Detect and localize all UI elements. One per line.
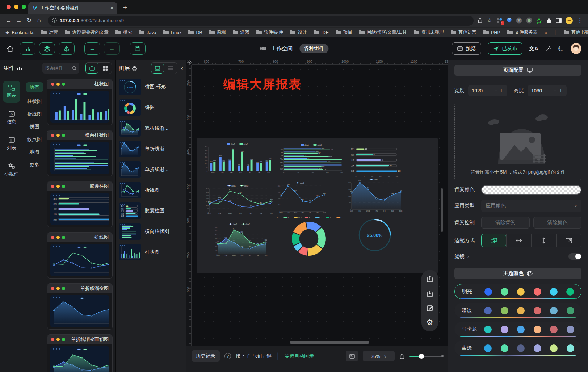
export-icon[interactable] bbox=[425, 274, 434, 284]
extension-grid-icon[interactable]: 9 bbox=[496, 17, 503, 24]
component-card[interactable]: 单折线渐变面积图 bbox=[47, 334, 113, 372]
zoom-level-select[interactable]: 36% ∨ bbox=[363, 351, 395, 361]
save-button[interactable] bbox=[130, 42, 146, 55]
bookmark-item[interactable]: 近期需要读的文章 bbox=[65, 29, 109, 35]
background-upload-dropzone[interactable]: 背景图需小于 5M ，格式为 png/jpg/gif 的文件 bbox=[454, 104, 581, 180]
puzzle-icon[interactable] bbox=[546, 18, 552, 24]
maximize-window-icon[interactable] bbox=[22, 5, 26, 9]
bookmark-star-icon[interactable]: ☆ bbox=[487, 17, 492, 24]
bg-color-swatch[interactable] bbox=[481, 185, 581, 195]
canvas-chart-bar-grouped[interactable]: data1data2050100150200250300350120200150… bbox=[203, 142, 274, 175]
theme-row-马卡龙[interactable]: 马卡龙 bbox=[454, 322, 581, 337]
zoom-slider[interactable] bbox=[410, 354, 443, 359]
share-icon[interactable] bbox=[477, 18, 483, 24]
sidebar-item-2[interactable]: A信息 bbox=[3, 107, 20, 129]
bookmark-item[interactable]: 软件/硬件 bbox=[256, 29, 283, 35]
clear-color-button[interactable]: 清除颜色 bbox=[533, 217, 582, 229]
site-info-icon[interactable]: i bbox=[52, 18, 57, 23]
close-window-icon[interactable] bbox=[7, 5, 11, 9]
address-bar[interactable]: i 127.0.0.1:3000/#/chart/home/9 bbox=[48, 16, 474, 26]
bookmark-item[interactable]: IDE bbox=[314, 29, 329, 35]
bookmark-item[interactable]: 运营 bbox=[41, 29, 58, 35]
category-item-7[interactable]: 更多 bbox=[30, 158, 39, 171]
user-avatar[interactable] bbox=[571, 43, 581, 54]
bookmark-item[interactable]: 前端 bbox=[209, 29, 226, 35]
sidebar-item-1[interactable]: 图表 bbox=[3, 81, 20, 103]
layer-item[interactable]: 25.00%饼图-环形 bbox=[116, 76, 186, 97]
canvas-chart-bar-horizontal[interactable]: data1data2130160Sun110117Sat70155Fri80Th… bbox=[278, 143, 346, 174]
menu-dots-icon[interactable]: ⋮ bbox=[577, 17, 583, 24]
layers-panel-toggle-button[interactable] bbox=[39, 42, 55, 55]
layer-item[interactable]: 单折线渐... bbox=[116, 138, 186, 159]
filter-toggle[interactable] bbox=[568, 253, 581, 260]
chart-panel-toggle-button[interactable] bbox=[20, 42, 35, 55]
layer-item[interactable]: 饼图 bbox=[116, 97, 186, 118]
bookmark-item[interactable]: PHP bbox=[483, 29, 500, 35]
canvas-chart-progress-ring[interactable]: 25.00% bbox=[357, 218, 392, 252]
theme-row-明亮[interactable]: 明亮 bbox=[454, 284, 581, 299]
forward-icon[interactable]: → bbox=[14, 17, 24, 24]
dot-extension-icon[interactable] bbox=[526, 17, 532, 24]
component-card[interactable]: 折线图 bbox=[47, 232, 113, 279]
canvas-chart-line-dual-area[interactable]: data1data2050100150200250300350120200150… bbox=[213, 222, 268, 258]
settings-gear-icon[interactable]: ⚙ bbox=[425, 318, 434, 327]
canvas-chart-line-single[interactable]: data10501001502001202001508070110130MonT… bbox=[276, 181, 327, 215]
bookmark-item[interactable]: 设计 bbox=[290, 29, 307, 35]
sidebar-item-3[interactable]: 列表 bbox=[3, 133, 20, 155]
vertical-scrollbar[interactable] bbox=[441, 188, 443, 232]
bookmark-item[interactable]: 游戏 bbox=[233, 29, 249, 35]
bookmark-item[interactable]: 项目 bbox=[336, 29, 352, 35]
slider-knob[interactable] bbox=[419, 354, 424, 359]
theme-row-蓝绿[interactable]: 蓝绿 bbox=[454, 340, 581, 356]
layers-view-list-toggle[interactable] bbox=[164, 63, 177, 74]
window-controls[interactable] bbox=[7, 5, 26, 9]
dashboard-preview[interactable]: data1data2050100150200250300350120200150… bbox=[197, 138, 438, 273]
undo-button[interactable]: ← bbox=[84, 42, 100, 55]
component-card[interactable]: 柱状图 bbox=[47, 79, 113, 125]
bookmark-item[interactable]: Java bbox=[139, 29, 156, 35]
decrease-icon[interactable]: − bbox=[494, 88, 498, 93]
browser-tab[interactable]: 工作空间-各种组件 ✕ bbox=[28, 2, 117, 14]
command-extension-icon[interactable]: ⌘ bbox=[516, 17, 522, 24]
help-icon[interactable]: ? bbox=[224, 353, 231, 359]
category-item-3[interactable]: 折线图 bbox=[27, 108, 42, 120]
theme-row-暗淡[interactable]: 暗淡 bbox=[454, 303, 581, 318]
reload-icon[interactable]: ↻ bbox=[24, 17, 34, 24]
layers-view-thumbnail-toggle[interactable] bbox=[151, 63, 164, 74]
layer-item[interactable]: 单折线渐... bbox=[116, 159, 186, 180]
lock-icon[interactable] bbox=[399, 354, 405, 359]
layer-item[interactable]: 柱状图 bbox=[116, 242, 186, 262]
category-item-2[interactable]: 柱状图 bbox=[27, 95, 42, 108]
editor-canvas[interactable]: 6007008009001000110012001300 20030040050… bbox=[186, 60, 448, 346]
chevron-right-icon[interactable]: › bbox=[467, 254, 469, 259]
width-stepper[interactable]: 1920 −+ bbox=[468, 85, 507, 96]
layer-item[interactable]: 厦门南阳北京上海新疆胶囊柱图 bbox=[116, 200, 186, 221]
canvas-chart-capsule[interactable]: 厦门20南阳40北京60上海80新疆100020406080100 bbox=[348, 145, 403, 178]
new-tab-button[interactable]: + bbox=[123, 4, 127, 12]
component-view-toggle-grid[interactable] bbox=[98, 63, 112, 74]
profile-avatar[interactable] bbox=[566, 17, 573, 24]
bookmark-item[interactable]: 搜索 bbox=[116, 29, 132, 35]
bookmarks-manager[interactable]: ★ Bookmarks bbox=[5, 30, 34, 35]
app-type-select[interactable]: 应用颜色 ∨ bbox=[481, 200, 581, 212]
canvas-chart-line-dual[interactable]: data1data2050100150200250300350120200150… bbox=[204, 184, 274, 216]
fit-scale-button[interactable] bbox=[481, 234, 506, 247]
minimize-window-icon[interactable] bbox=[14, 5, 18, 9]
category-item-5[interactable]: 散点图 bbox=[27, 133, 42, 146]
increase-icon[interactable]: + bbox=[499, 88, 504, 93]
decrease-icon[interactable]: − bbox=[553, 88, 557, 93]
component-card[interactable]: 单折线渐变图 bbox=[47, 283, 113, 330]
bottom-panel-icon[interactable] bbox=[346, 351, 358, 361]
redo-button[interactable]: → bbox=[104, 42, 120, 55]
import-icon[interactable] bbox=[425, 289, 434, 298]
clear-background-button[interactable]: 清除背景 bbox=[481, 217, 530, 229]
sidebar-item-4[interactable]: 小组件 bbox=[3, 159, 20, 181]
app-home-icon[interactable] bbox=[7, 45, 14, 52]
canvas-heading-text[interactable]: 编辑大屏报表 bbox=[223, 76, 302, 93]
fit-height-button[interactable] bbox=[532, 234, 556, 247]
layer-item[interactable]: 折线图 bbox=[116, 180, 186, 200]
tab-close-icon[interactable]: ✕ bbox=[110, 5, 114, 11]
component-view-toggle-box[interactable] bbox=[85, 63, 98, 74]
bookmark-item[interactable]: 其他语言 bbox=[451, 29, 476, 35]
component-card[interactable]: 横向柱状图 bbox=[47, 130, 113, 176]
